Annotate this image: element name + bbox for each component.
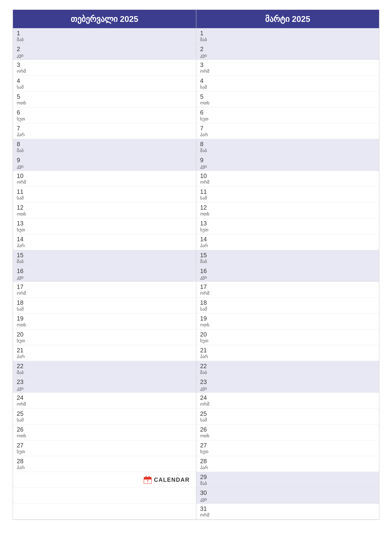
day-number: 13: [17, 220, 192, 227]
svg-rect-6: [149, 476, 150, 478]
day-name: სამ: [17, 417, 192, 423]
day-name: პარ: [200, 465, 375, 470]
day-number: 26: [17, 426, 192, 433]
day-number: 3: [17, 61, 192, 69]
day-number: 18: [200, 299, 375, 307]
day-name: სამ: [17, 307, 192, 312]
day-name: კვი: [200, 53, 375, 58]
mar-day-cell: 7 პარ: [196, 123, 379, 139]
day-name: კვი: [17, 53, 192, 58]
mar-day-cell: 23 კვი: [196, 377, 379, 393]
day-row: 10 ორშ 10 ორშ: [13, 171, 379, 187]
day-name: შაბ: [17, 259, 192, 264]
day-number: 24: [17, 394, 192, 402]
mar-day-cell: 1 შაბ: [196, 28, 379, 44]
day-number: 6: [200, 109, 375, 116]
day-number: 19: [17, 315, 192, 322]
day-row: 20 ხუთ 20 ხუთ: [13, 329, 379, 345]
day-name: პარ: [17, 132, 192, 138]
mar-day-cell: 12 ოთხ: [196, 203, 379, 218]
day-number: 5: [200, 93, 375, 101]
day-row: 31 ორშ: [13, 504, 379, 519]
day-name: ოთხ: [17, 211, 192, 217]
logo-cell: [13, 488, 196, 504]
day-name: პარ: [200, 243, 375, 248]
day-name: ხუთ: [200, 449, 375, 454]
day-number: 30: [200, 489, 375, 497]
day-number: 26: [200, 426, 375, 433]
mar-day-cell: 25 სამ: [196, 409, 379, 424]
mar-day-cell: 10 ორშ: [196, 171, 379, 187]
day-number: 8: [17, 141, 192, 148]
day-name: კვი: [200, 497, 375, 502]
feb-day-cell: 7 პარ: [13, 123, 196, 139]
day-name: ხუთ: [17, 116, 192, 122]
day-row: 12 ოთხ 12 ოთხ: [13, 203, 379, 218]
mar-day-cell: 6 ხუთ: [196, 107, 379, 123]
day-number: 3: [200, 61, 375, 69]
day-name: ხუთ: [200, 338, 375, 343]
feb-day-cell: 22 შაბ: [13, 361, 196, 377]
day-name: შაბ: [200, 481, 375, 486]
logo-cell: [13, 504, 196, 519]
day-row: 26 ოთხ 26 ოთხ: [13, 424, 379, 440]
feb-day-cell: 12 ოთხ: [13, 203, 196, 218]
feb-day-cell: 28 პარ: [13, 456, 196, 472]
day-name: სამ: [200, 417, 375, 423]
day-number: 24: [200, 394, 375, 402]
day-row: 16 კვი 16 კვი: [13, 266, 379, 282]
feb-day-cell: 11 სამ: [13, 187, 196, 203]
day-number: 17: [200, 283, 375, 291]
mar-day-cell: 21 პარ: [196, 345, 379, 361]
feb-day-cell: 27 ხუთ: [13, 440, 196, 456]
day-number: 6: [17, 109, 192, 116]
day-number: 7: [200, 125, 375, 132]
mar-day-cell: 9 კვი: [196, 155, 379, 171]
day-row: 8 შაბ 8 შაბ: [13, 139, 379, 155]
day-number: 9: [17, 157, 192, 164]
day-number: 11: [200, 188, 375, 196]
day-row: 22 შაბ 22 შაბ: [13, 361, 379, 377]
day-number: 18: [17, 299, 192, 307]
feb-day-cell: 24 ორშ: [13, 393, 196, 409]
day-name: შაბ: [200, 37, 375, 42]
day-row: 15 შაბ 15 შაბ: [13, 250, 379, 266]
mar-day-cell: 5 ოთხ: [196, 92, 379, 107]
day-name: შაბ: [200, 259, 375, 264]
day-number: 19: [200, 315, 375, 322]
day-name: ოთხ: [200, 433, 375, 438]
logo-text: CALENDAR: [154, 476, 190, 483]
day-number: 31: [200, 505, 375, 513]
day-number: 21: [200, 347, 375, 354]
day-number: 4: [200, 77, 375, 85]
feb-day-cell: 16 კვი: [13, 266, 196, 282]
day-number: 25: [200, 410, 375, 417]
day-row: 6 ხუთ 6 ხუთ: [13, 107, 379, 123]
calendar-icon: 7: [143, 476, 152, 484]
day-number: 5: [17, 93, 192, 101]
day-number: 16: [200, 268, 375, 275]
day-name: კვი: [200, 164, 375, 169]
svg-text:7: 7: [147, 480, 149, 483]
mar-day-cell: 22 შაბ: [196, 361, 379, 377]
mar-day-cell: 30 კვი: [196, 488, 379, 504]
day-number: 27: [200, 442, 375, 449]
day-name: ხუთ: [17, 338, 192, 343]
feb-day-cell: 9 კვი: [13, 155, 196, 171]
svg-rect-5: [146, 476, 147, 478]
feb-day-cell: 23 კვი: [13, 377, 196, 393]
day-number: 7: [17, 125, 192, 132]
logo-container: 7 CALENDAR: [143, 476, 190, 484]
day-row: 19 ოთხ 19 ოთხ: [13, 314, 379, 329]
feb-day-cell: 14 პარ: [13, 234, 196, 250]
days-container: 1 შაბ 1 შაბ 2 კვი 2 კვი 3 ორშ 3 ორშ 4 სა…: [13, 28, 379, 519]
day-name: სამ: [200, 195, 375, 201]
feb-day-cell: 10 ორშ: [13, 171, 196, 187]
day-name: სამ: [17, 85, 192, 90]
mar-day-cell: 20 ხუთ: [196, 329, 379, 345]
day-number: 25: [17, 410, 192, 417]
day-number: 16: [17, 268, 192, 275]
day-row: 21 პარ 21 პარ: [13, 345, 379, 361]
day-row: 30 კვი: [13, 488, 379, 504]
mar-day-cell: 19 ოთხ: [196, 314, 379, 329]
